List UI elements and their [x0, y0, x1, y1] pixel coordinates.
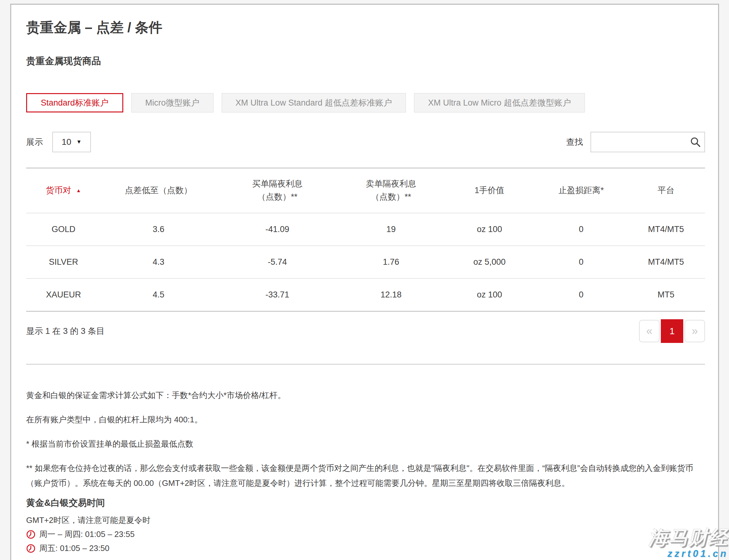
clock-icon	[26, 530, 36, 539]
column-header-spread-as-low-as[interactable]: 点差低至（点数）	[101, 168, 216, 213]
cell-currency-pair: XAUEUR	[26, 278, 101, 311]
trading-hours-fri: 周五: 01:05 – 23:50	[26, 543, 705, 554]
column-header-platform[interactable]: 平台	[627, 168, 705, 213]
pagination-next-button[interactable]: »	[684, 320, 705, 342]
search-area: 查找	[566, 132, 705, 152]
table-row-silver: SILVER 4.3 -5.74 1.76 oz 5,000 0 MT4/MT5	[26, 246, 705, 278]
search-label: 查找	[566, 136, 583, 148]
page-size-dropdown[interactable]: 10 ▼	[52, 132, 91, 152]
search-input[interactable]	[590, 132, 705, 152]
table-footer: 显示 1 在 3 的 3 条目 « 1 »	[26, 319, 705, 343]
cell-platform: MT5	[627, 278, 705, 311]
cell-currency-pair: GOLD	[26, 213, 101, 246]
trading-hours-fri-text: 周五: 01:05 – 23:50	[39, 543, 109, 554]
cell-lot-value: oz 5,000	[443, 246, 535, 278]
column-header-lot-value[interactable]: 1手价值	[443, 168, 535, 213]
trading-hours-title: 黄金&白银交易时间	[26, 497, 705, 509]
page-title: 贵重金属 – 点差 / 条件	[26, 18, 705, 37]
column-header-label: 平台	[658, 186, 675, 195]
column-header-label: 货币对	[46, 186, 71, 195]
section-divider	[26, 364, 705, 365]
column-header-sublabel: （点数）**	[339, 191, 443, 204]
cell-spread: 4.5	[101, 278, 216, 311]
note-margin-formula: 黄金和白银的保证金需求计算公式如下：手数*合约大小*市场价格/杠杆。	[26, 388, 705, 403]
tab-standard-account[interactable]: Standard标准账户	[26, 93, 123, 112]
cell-limit-stop: 0	[535, 246, 627, 278]
spreads-conditions-table: 货币对▲ 点差低至（点数） 买单隔夜利息 （点数）** 卖单隔夜利息 （点数）*…	[26, 168, 705, 312]
clock-icon	[26, 544, 36, 553]
column-header-label: 止盈损距离*	[558, 186, 604, 195]
cell-long-swap: -5.74	[216, 246, 339, 278]
cell-spread: 4.3	[101, 246, 216, 278]
cell-platform: MT4/MT5	[627, 246, 705, 278]
entries-summary: 显示 1 在 3 的 3 条目	[26, 325, 105, 337]
column-header-limit-stop-level[interactable]: 止盈损距离*	[535, 168, 627, 213]
cell-short-swap: 19	[339, 213, 443, 246]
chevron-down-icon: ▼	[76, 139, 82, 145]
trading-hours-timezone-note: GMT+2时区，请注意可能是夏令时	[26, 515, 705, 526]
content-panel: 贵重金属 – 点差 / 条件 贵重金属现货商品 Standard标准账户 Mic…	[10, 4, 719, 560]
column-header-long-swap[interactable]: 买单隔夜利息 （点数）**	[216, 168, 339, 213]
note-leverage: 在所有账户类型中，白银的杠杆上限均为 400:1。	[26, 412, 705, 427]
cell-short-swap: 12.18	[339, 278, 443, 311]
cell-long-swap: -33.71	[216, 278, 339, 311]
table-row-gold: GOLD 3.6 -41.09 19 oz 100 0 MT4/MT5	[26, 213, 705, 246]
cell-platform: MT4/MT5	[627, 213, 705, 246]
cell-spread: 3.6	[101, 213, 216, 246]
tab-micro-account[interactable]: Micro微型账户	[131, 93, 214, 112]
page-size-value: 10	[62, 137, 71, 147]
note-star: * 根据当前市价设置挂单的最低止损盈最低点数	[26, 436, 705, 451]
table-header-row: 货币对▲ 点差低至（点数） 买单隔夜利息 （点数）** 卖单隔夜利息 （点数）*…	[26, 168, 705, 213]
column-header-label: 点差低至（点数）	[125, 186, 192, 195]
pagination: « 1 »	[639, 319, 705, 343]
account-type-tabs: Standard标准账户 Micro微型账户 XM Ultra Low Stan…	[26, 93, 705, 112]
column-header-label: 1手价值	[474, 186, 504, 195]
table-controls: 展示 10 ▼ 查找	[26, 132, 705, 152]
cell-short-swap: 1.76	[339, 246, 443, 278]
search-icon	[690, 137, 701, 147]
search-box	[590, 132, 705, 152]
cell-currency-pair: SILVER	[26, 246, 101, 278]
sort-asc-icon: ▲	[76, 188, 81, 193]
cell-lot-value: oz 100	[443, 213, 535, 246]
page-subtitle: 贵重金属现货商品	[26, 55, 705, 68]
pagination-prev-button[interactable]: «	[639, 320, 660, 342]
column-header-label: 买单隔夜利息	[216, 178, 339, 191]
cell-limit-stop: 0	[535, 213, 627, 246]
column-header-label: 卖单隔夜利息	[339, 178, 443, 191]
column-header-sublabel: （点数）**	[216, 191, 339, 204]
tab-ultra-low-micro-account[interactable]: XM Ultra Low Micro 超低点差微型账户	[414, 93, 585, 112]
table-row-xaueur: XAUEUR 4.5 -33.71 12.18 oz 100 0 MT5	[26, 278, 705, 311]
notes-section: 黄金和白银的保证金需求计算公式如下：手数*合约大小*市场价格/杠杆。 在所有账户…	[26, 388, 705, 491]
note-double-star: ** 如果您有仓位持仓过夜的话，那么您会支付或者获取一些金额，该金额便是两个货币…	[26, 461, 705, 491]
cell-lot-value: oz 100	[443, 278, 535, 311]
trading-hours-mon-thu-text: 周一 – 周四: 01:05 – 23:55	[39, 529, 135, 540]
column-header-currency-pair[interactable]: 货币对▲	[26, 168, 101, 213]
cell-long-swap: -41.09	[216, 213, 339, 246]
show-label: 展示	[26, 136, 43, 148]
cell-limit-stop: 0	[535, 278, 627, 311]
tab-ultra-low-standard-account[interactable]: XM Ultra Low Standard 超低点差标准账户	[222, 93, 406, 112]
column-header-short-swap[interactable]: 卖单隔夜利息 （点数）**	[339, 168, 443, 213]
trading-hours-mon-thu: 周一 – 周四: 01:05 – 23:55	[26, 529, 705, 540]
pagination-page-1-button[interactable]: 1	[661, 319, 683, 343]
